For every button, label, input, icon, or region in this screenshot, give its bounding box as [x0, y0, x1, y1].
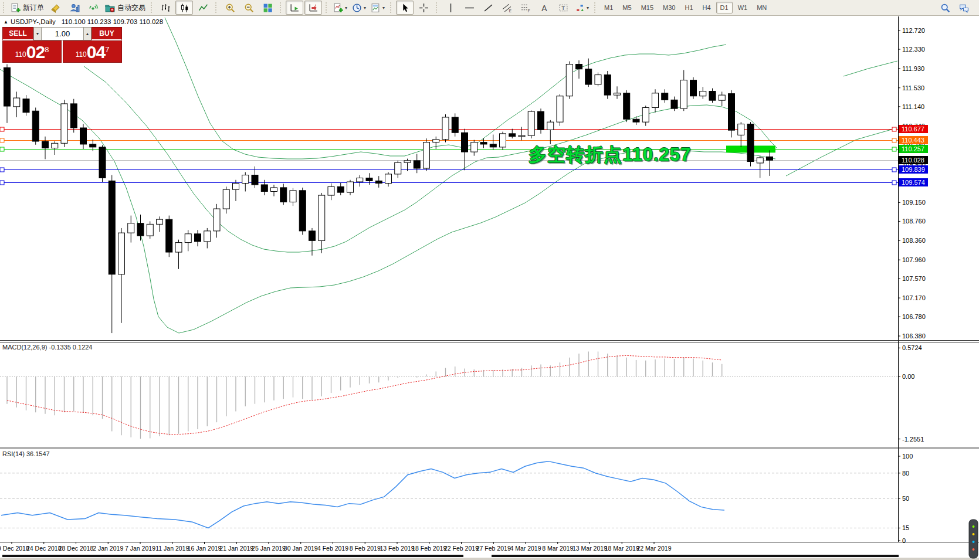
collapse-triangle-icon[interactable]: ▲: [4, 19, 8, 25]
text-icon: [540, 3, 550, 13]
toolbar-grip[interactable]: [390, 2, 393, 13]
auto-scroll-button[interactable]: [286, 1, 303, 15]
chevron-down-icon[interactable]: ▾: [345, 5, 347, 11]
channel-button[interactable]: [498, 1, 516, 15]
chart-profile-icon: [51, 3, 61, 13]
chevron-down-icon[interactable]: ▾: [382, 5, 385, 11]
candle-bull: [271, 188, 277, 192]
date-tick-label: 7 Jan 2019: [125, 545, 155, 552]
profiles-button[interactable]: [66, 1, 83, 15]
price-tick-label: 108.360: [902, 237, 926, 244]
chat-button[interactable]: [955, 1, 973, 15]
timeframe-h4-button[interactable]: H4: [699, 2, 715, 13]
candle-bull: [566, 65, 573, 96]
candle-bull: [557, 96, 563, 122]
window-splitter[interactable]: [492, 555, 899, 557]
tile-windows-button[interactable]: [259, 1, 276, 15]
crosshair-icon: [419, 3, 429, 13]
line-handle[interactable]: [0, 138, 4, 142]
line-handle[interactable]: [892, 181, 896, 185]
candle-bear: [252, 175, 258, 185]
price-tick-label: 112.720: [902, 27, 925, 34]
templates-button[interactable]: ▾: [369, 1, 387, 15]
chart-canvas[interactable]: 112.720112.330111.930111.530111.140110.7…: [0, 0, 979, 560]
chart-shift-button[interactable]: [304, 1, 322, 15]
date-tick-label: 13 Feb 2019: [380, 545, 415, 552]
line-chart-button[interactable]: [194, 1, 212, 15]
candle-bear: [42, 141, 49, 148]
sell-button[interactable]: SELL: [2, 27, 33, 40]
date-tick-label: 22 Feb 2019: [444, 545, 479, 552]
corner-widget[interactable]: [969, 520, 978, 558]
toolbar-grip[interactable]: [326, 2, 328, 13]
line-handle[interactable]: [892, 147, 896, 151]
hline-button[interactable]: [460, 1, 478, 15]
zoom-in-button[interactable]: [221, 1, 239, 15]
line-handle[interactable]: [0, 147, 4, 151]
toolbar-grip[interactable]: [151, 2, 154, 13]
rsi-tick-label: 100: [902, 453, 913, 460]
chart-profile-button[interactable]: [47, 1, 65, 15]
candlestick-button[interactable]: [175, 1, 193, 15]
timeframe-h1-button[interactable]: H1: [680, 2, 697, 13]
line-handle[interactable]: [892, 138, 896, 142]
sell-price-tile[interactable]: 110028: [2, 40, 62, 63]
buy-price-tile[interactable]: 110047: [63, 40, 122, 63]
candle-bull: [233, 184, 239, 190]
timeframe-m30-button[interactable]: M30: [659, 2, 679, 13]
timeframe-m15-button[interactable]: M15: [637, 2, 658, 13]
line-handle[interactable]: [892, 127, 896, 131]
cursor-button[interactable]: [396, 1, 414, 15]
zoom-out-button[interactable]: [240, 1, 258, 15]
timeframe-m1-button[interactable]: M1: [600, 2, 617, 13]
periods-button[interactable]: ▾: [350, 1, 368, 15]
rsi-tick-label: 50: [902, 495, 909, 502]
timeframe-mn-button[interactable]: MN: [753, 2, 771, 13]
volume-input[interactable]: 1.00: [42, 27, 83, 40]
bar-chart-button[interactable]: [157, 1, 174, 15]
fibonacci-button[interactable]: [517, 1, 534, 15]
timeframe-d1-button[interactable]: D1: [716, 2, 733, 13]
data-window-button[interactable]: [84, 1, 102, 15]
autotrade-button[interactable]: 自动交易: [103, 1, 147, 15]
line-handle[interactable]: [0, 127, 4, 131]
search-button[interactable]: [936, 1, 954, 15]
pivot-annotation-text[interactable]: 多空转折点110.257: [529, 142, 691, 167]
vline-button[interactable]: [442, 1, 459, 15]
chevron-down-icon[interactable]: ▾: [364, 5, 366, 11]
toolbar-grip[interactable]: [436, 2, 439, 13]
volume-down-button[interactable]: ▼: [33, 27, 42, 40]
buy-button[interactable]: BUY: [92, 27, 122, 40]
toolbar-grip[interactable]: [3, 2, 6, 13]
crosshair-button[interactable]: [415, 1, 432, 15]
candle-bull: [738, 124, 744, 135]
indicators-button[interactable]: ▾: [331, 1, 349, 15]
autotrade-icon: [105, 3, 115, 13]
chevron-down-icon[interactable]: ▾: [587, 5, 589, 11]
toolbar-grip[interactable]: [280, 2, 283, 13]
label-button[interactable]: [554, 1, 572, 15]
arrows-button[interactable]: ▾: [573, 1, 591, 15]
timeframe-w1-button[interactable]: W1: [734, 2, 752, 13]
toolbar-grip[interactable]: [215, 2, 218, 13]
candle-bull: [214, 209, 220, 231]
buy-price-handle: 110: [76, 49, 87, 60]
date-tick-label: 4 Feb 2019: [317, 545, 348, 552]
new-order-button[interactable]: 新订单: [9, 1, 46, 15]
svg-text:110.257: 110.257: [902, 145, 924, 152]
line-handle[interactable]: [0, 168, 4, 172]
volume-up-button[interactable]: ▲: [83, 27, 92, 40]
price-tick-label: 107.960: [902, 256, 926, 263]
candle-bull: [719, 95, 725, 100]
window-splitter[interactable]: [2, 555, 463, 557]
macd-indicator-label: MACD(12,26,9) -0.1335 0.1224: [2, 344, 92, 351]
line-handle[interactable]: [892, 168, 896, 172]
trendline-button[interactable]: [479, 1, 497, 15]
candle-bear: [337, 186, 344, 192]
text-button[interactable]: [536, 1, 553, 15]
line-handle[interactable]: [0, 181, 4, 185]
date-tick-label: 18 Feb 2019: [412, 545, 446, 552]
toolbar-grip[interactable]: [594, 2, 597, 13]
timeframe-m5-button[interactable]: M5: [618, 2, 635, 13]
zoom-in-icon: [225, 3, 235, 13]
